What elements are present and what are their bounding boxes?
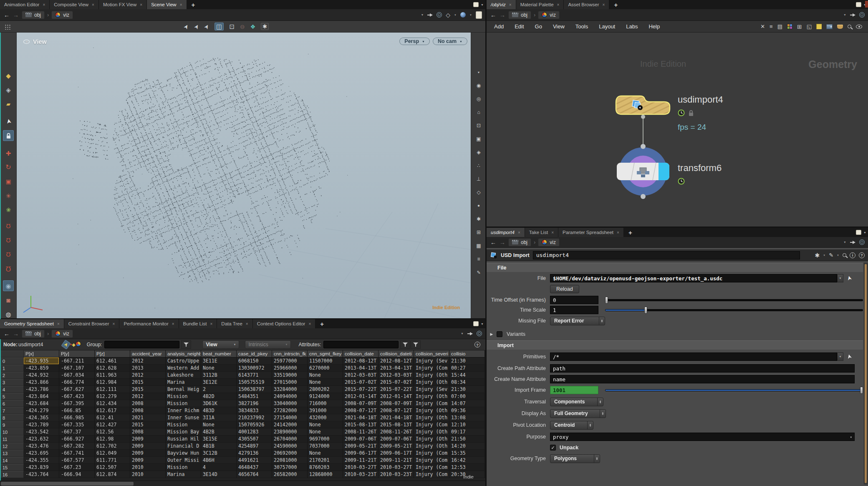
select-tool-icon[interactable]: ➤	[193, 23, 200, 30]
table-cell[interactable]: -666.985	[59, 414, 95, 421]
tab-bundle-list[interactable]: Bundle List×	[179, 319, 217, 328]
table-cell[interactable]: 25966000	[272, 365, 308, 372]
table-cell[interactable]: 2009	[130, 450, 166, 457]
new-tab-button[interactable]: +	[187, 0, 200, 9]
table-cell[interactable]: 24590000	[272, 443, 308, 450]
column-header-case-id-pkey[interactable]: case_id_pkey	[237, 350, 272, 358]
breadcrumb-obj[interactable]: obj	[22, 330, 45, 338]
table-cell[interactable]: 2015-07-02T	[378, 379, 414, 386]
scale-tool-icon[interactable]: ▣	[3, 176, 14, 187]
table-cell[interactable]: 2021-04-18T	[378, 414, 414, 421]
select-arrow-icon[interactable]: ➤	[2, 115, 15, 128]
row-number-header[interactable]	[0, 350, 24, 358]
snap-grid-magnet-icon[interactable]: Ω	[3, 221, 14, 232]
table-cell[interactable]: None	[308, 379, 343, 386]
view-options-icon[interactable]: ≡	[475, 255, 482, 263]
tab-close-icon[interactable]: ×	[509, 3, 512, 7]
table-cell[interactable]: 612.56	[95, 428, 130, 436]
path-dropdown-icon[interactable]: ▼	[843, 13, 846, 16]
table-cell[interactable]: 612.628	[95, 365, 130, 372]
row-number[interactable]: 13	[0, 450, 24, 457]
table-cell[interactable]: 3D61K	[201, 400, 237, 407]
reference-plane-icon[interactable]: ▦	[475, 242, 482, 249]
parameter-pane-menu[interactable]: ▼	[856, 228, 866, 237]
primitives-field[interactable]: /*	[550, 353, 837, 361]
purpose-field[interactable]: proxy▼	[550, 433, 855, 441]
table-cell[interactable]: 2009-11-21T	[378, 457, 414, 464]
flipbook-icon[interactable]: ◍	[3, 309, 14, 319]
table-cell[interactable]: -667.282	[59, 443, 95, 450]
tab-close-icon[interactable]: ×	[210, 322, 213, 326]
table-cell[interactable]: 150575519	[237, 379, 272, 386]
spinner-arrows-icon[interactable]: ▲▼	[597, 398, 603, 406]
radial-menu-icon[interactable]	[859, 239, 865, 245]
table-cell[interactable]: -667.395	[59, 400, 95, 407]
table-cell[interactable]: 2015-08-13T	[378, 421, 414, 428]
table-cell[interactable]: 08:34	[449, 379, 485, 386]
display-points-icon[interactable]: ∴	[475, 162, 482, 169]
table-cell[interactable]: 2	[201, 386, 237, 393]
time-offset-field[interactable]: 0	[550, 296, 598, 304]
table-cell[interactable]: 24142000	[272, 421, 308, 428]
variants-checkbox[interactable]	[497, 331, 502, 337]
snap-magnet-icon[interactable]: Ω	[3, 264, 14, 274]
table-cell[interactable]: -666.774	[59, 379, 95, 386]
table-cell[interactable]: 2008	[130, 407, 166, 414]
row-number[interactable]: 2	[0, 372, 24, 379]
table-cell[interactable]: 716000	[308, 400, 343, 407]
row-number[interactable]: 6	[0, 400, 24, 407]
table-cell[interactable]: Injury (Oth	[414, 407, 449, 414]
tab-context-options-editor[interactable]: Context Options Editor×	[253, 319, 316, 328]
pane-menu-caret-icon[interactable]: ▼	[481, 3, 484, 6]
table-cell[interactable]: 4B2B	[201, 428, 237, 436]
translate-tool-icon[interactable]: ✚	[3, 148, 14, 159]
viewbar-menu-icon[interactable]: ▼	[475, 68, 482, 76]
left-pane-divider[interactable]	[0, 318, 485, 319]
table-cell[interactable]: 612.434	[95, 400, 130, 407]
column-header-analysis-neighb[interactable]: analysis_neighb	[166, 350, 201, 358]
table-cell[interactable]: 15:44	[449, 372, 485, 379]
table-cell[interactable]: 12868000	[308, 471, 343, 478]
snap-point-magnet-icon[interactable]: Ω	[3, 249, 14, 260]
table-cell[interactable]: -424.355	[24, 457, 59, 464]
geometry-type-dropdown[interactable]: Polygons▲▼	[550, 454, 600, 463]
table-cell[interactable]: None	[201, 365, 237, 372]
network-canvas[interactable]: Indie Edition Geometry usdimport4	[487, 33, 868, 227]
table-cell[interactable]: None	[308, 450, 343, 457]
section-import[interactable]: Import	[487, 340, 863, 350]
table-cell[interactable]: 23890000	[272, 428, 308, 436]
column-header-P-y-[interactable]: P[y]	[59, 350, 95, 358]
row-number[interactable]: 1	[0, 365, 24, 372]
rotate-tool-icon[interactable]: ↻	[3, 162, 14, 173]
table-cell[interactable]: -423.632	[24, 436, 59, 443]
table-cell[interactable]: Western Add	[166, 365, 201, 372]
table-cell[interactable]: 150638797	[237, 386, 272, 393]
table-cell[interactable]: Injury (Com	[414, 471, 449, 478]
snap-curve-magnet-icon[interactable]: Ω	[3, 235, 14, 246]
table-cell[interactable]: 2021	[130, 414, 166, 421]
table-cell[interactable]: 2015-08-13T	[343, 421, 378, 428]
primitives-dropdown-button[interactable]: ▼	[837, 353, 843, 361]
table-cell[interactable]: Injury (Oth	[414, 379, 449, 386]
table-cell[interactable]: 5484351	[237, 393, 272, 400]
row-number[interactable]: 9	[0, 421, 24, 428]
table-cell[interactable]: 612.427	[95, 421, 130, 428]
visibility-icon[interactable]	[856, 25, 862, 29]
table-cell[interactable]: 391000	[308, 407, 343, 414]
table-cell[interactable]: 2008-11-26T	[378, 428, 414, 436]
table-cell[interactable]: -666.85	[59, 407, 95, 414]
view-dropdown[interactable]: View▼	[202, 340, 239, 349]
file-chooser-arrow-icon[interactable]: ➤	[846, 275, 853, 282]
column-header-cnn-sgmt-fkey[interactable]: cnn_sgmt_fkey	[308, 350, 343, 358]
table-cell[interactable]: 13:08	[449, 414, 485, 421]
back-button[interactable]: ←	[490, 239, 497, 246]
table-cell[interactable]: 4254897	[237, 443, 272, 450]
section-file[interactable]: File	[487, 263, 863, 272]
radial-menu-icon[interactable]	[477, 331, 482, 336]
frame-selection-icon[interactable]: ⊡	[475, 122, 482, 129]
table-cell[interactable]: 12:10	[449, 421, 485, 428]
table-cell[interactable]: -423.542	[24, 428, 59, 436]
table-cell[interactable]: 12:53	[449, 464, 485, 471]
table-cell[interactable]: Mission	[166, 393, 201, 400]
tab-animation-editor[interactable]: Animation Editor×	[0, 0, 50, 9]
